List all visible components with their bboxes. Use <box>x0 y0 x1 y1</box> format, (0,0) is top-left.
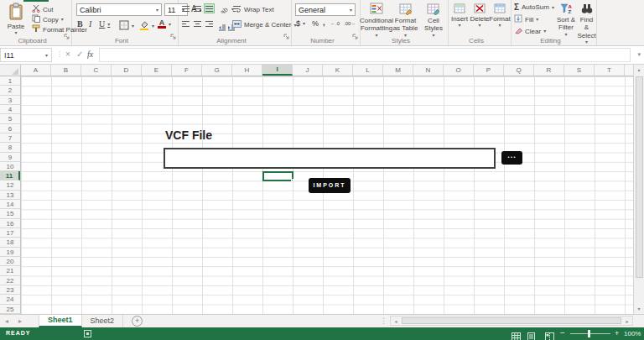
row-header-18[interactable]: 18 <box>0 238 20 247</box>
column-header-J[interactable]: J <box>293 65 323 76</box>
file-path-input[interactable] <box>164 148 496 169</box>
scroll-down-icon[interactable]: ▾ <box>634 304 644 314</box>
expand-formula-bar-icon[interactable]: ▾ <box>637 51 641 58</box>
conditional-formatting-button[interactable]: Conditional Formatting ▾ <box>361 3 392 38</box>
sheet-nav-left-icon[interactable]: ◂ <box>0 315 13 327</box>
zoom-in-icon[interactable]: + <box>615 329 619 337</box>
insert-cells-button[interactable]: Insert ▾ <box>450 3 469 28</box>
comma-style-button[interactable]: , <box>323 18 325 27</box>
fill-color-button[interactable]: ▾ <box>139 20 154 32</box>
row-header-15[interactable]: 15 <box>0 209 20 218</box>
cell-styles-button[interactable]: Cell Styles ▾ <box>420 3 447 38</box>
font-dialog-launcher-icon[interactable] <box>170 28 176 43</box>
top-align-button[interactable] <box>181 4 190 13</box>
column-header-A[interactable]: A <box>21 65 51 76</box>
insert-function-icon[interactable]: fx <box>87 50 93 59</box>
number-format-select[interactable]: General ▾ <box>295 3 356 16</box>
format-cells-button[interactable]: Format ▾ <box>491 3 509 28</box>
zoom-level[interactable]: 100% <box>624 330 641 337</box>
column-header-H[interactable]: H <box>232 65 262 76</box>
paste-button[interactable]: Paste ▾ <box>3 2 29 35</box>
paste-dropdown-icon[interactable]: ▾ <box>14 30 17 35</box>
scroll-up-icon[interactable]: ▴ <box>634 65 644 75</box>
row-header-7[interactable]: 7 <box>0 133 20 143</box>
row-header-10[interactable]: 10 <box>0 162 20 171</box>
row-header-8[interactable]: 8 <box>0 143 20 152</box>
decrease-decimal-icon[interactable]: .00→ <box>344 21 356 26</box>
column-header-I[interactable]: I <box>262 65 293 76</box>
column-header-R[interactable]: R <box>534 65 564 76</box>
underline-button[interactable]: U▾ <box>99 19 110 29</box>
scroll-left-icon[interactable]: ◂ <box>391 318 401 324</box>
column-header-O[interactable]: O <box>444 65 474 76</box>
row-header-3[interactable]: 3 <box>0 96 20 105</box>
select-all-corner[interactable] <box>0 65 21 76</box>
accounting-format-button[interactable]: $ ▾ <box>296 19 305 28</box>
page-break-view-icon[interactable] <box>545 329 554 340</box>
column-header-K[interactable]: K <box>323 65 353 76</box>
column-header-C[interactable]: C <box>81 65 112 76</box>
align-right-button[interactable] <box>205 19 214 28</box>
enter-formula-icon[interactable]: ✓ <box>76 50 83 59</box>
middle-align-button[interactable] <box>193 4 202 13</box>
row-header-23[interactable]: 23 <box>0 285 20 295</box>
format-as-table-button[interactable]: Format as Table ▾ <box>392 3 419 38</box>
row-header-11[interactable]: 11 <box>0 171 20 180</box>
column-header-U[interactable]: U <box>625 65 633 76</box>
selected-cell[interactable] <box>262 171 293 181</box>
column-header-M[interactable]: M <box>383 65 413 76</box>
align-left-button[interactable] <box>181 19 190 28</box>
align-center-button[interactable] <box>193 19 202 28</box>
formula-bar-splitter[interactable]: ⋮ <box>56 50 63 58</box>
wrap-text-button[interactable]: Wrap Text <box>232 5 274 14</box>
row-header-4[interactable]: 4 <box>0 105 20 114</box>
row-header-21[interactable]: 21 <box>0 266 20 275</box>
percent-style-button[interactable]: % <box>312 19 319 28</box>
cancel-formula-icon[interactable]: × <box>65 50 70 59</box>
font-color-button[interactable]: A ▾ <box>158 19 171 29</box>
row-header-24[interactable]: 24 <box>0 295 20 304</box>
sheet-tab-sheet1[interactable]: Sheet1 <box>39 315 82 327</box>
delete-cells-button[interactable]: Delete ▾ <box>470 3 489 28</box>
row-header-12[interactable]: 12 <box>0 180 20 190</box>
autosum-button[interactable]: Σ AutoSum ▾ <box>514 3 554 12</box>
horizontal-scroll-thumb[interactable] <box>402 317 621 324</box>
column-header-F[interactable]: F <box>172 65 202 76</box>
copy-dropdown-icon[interactable]: ▾ <box>61 17 64 22</box>
row-header-16[interactable]: 16 <box>0 219 20 228</box>
zoom-out-icon[interactable]: − <box>560 328 565 337</box>
row-header-1[interactable]: 1 <box>0 76 20 86</box>
row-header-19[interactable]: 19 <box>0 248 20 257</box>
fill-button[interactable]: Fill ▾ <box>514 14 538 24</box>
bottom-align-button[interactable] <box>205 4 214 13</box>
normal-view-icon[interactable] <box>512 329 521 340</box>
fill-handle[interactable] <box>291 179 293 181</box>
horizontal-scrollbar[interactable]: ◂ ▸ <box>390 316 633 326</box>
column-header-N[interactable]: N <box>413 65 444 76</box>
row-header-17[interactable]: 17 <box>0 228 20 238</box>
row-header-5[interactable]: 5 <box>0 114 20 123</box>
row-header-2[interactable]: 2 <box>0 86 20 95</box>
copy-button[interactable]: Copy ▾ <box>32 14 64 24</box>
column-header-P[interactable]: P <box>474 65 504 76</box>
cut-button[interactable]: Cut <box>32 4 53 14</box>
number-dialog-launcher-icon[interactable] <box>352 28 358 43</box>
browse-button[interactable]: ... <box>501 151 522 165</box>
page-layout-view-icon[interactable] <box>527 329 536 340</box>
worksheet-grid[interactable] <box>21 76 633 314</box>
alignment-dialog-launcher-icon[interactable] <box>283 28 289 43</box>
vertical-scroll-thumb[interactable] <box>636 76 643 278</box>
bold-button[interactable]: B <box>77 19 83 29</box>
zoom-slider-track[interactable] <box>570 333 610 334</box>
borders-button[interactable]: ▾ <box>119 20 134 32</box>
sort-filter-button[interactable]: AZ Sort & Filter ▾ <box>555 3 577 37</box>
clear-button[interactable]: Clear ▾ <box>514 26 546 36</box>
italic-button[interactable]: I <box>89 19 91 29</box>
column-header-S[interactable]: S <box>564 65 595 76</box>
row-header-9[interactable]: 9 <box>0 153 20 162</box>
column-header-L[interactable]: L <box>353 65 383 76</box>
row-header-6[interactable]: 6 <box>0 124 20 133</box>
import-button[interactable]: IMPORT <box>309 178 351 193</box>
sheet-tab-sheet2[interactable]: Sheet2 <box>82 315 124 327</box>
clipboard-dialog-launcher-icon[interactable] <box>64 28 70 43</box>
